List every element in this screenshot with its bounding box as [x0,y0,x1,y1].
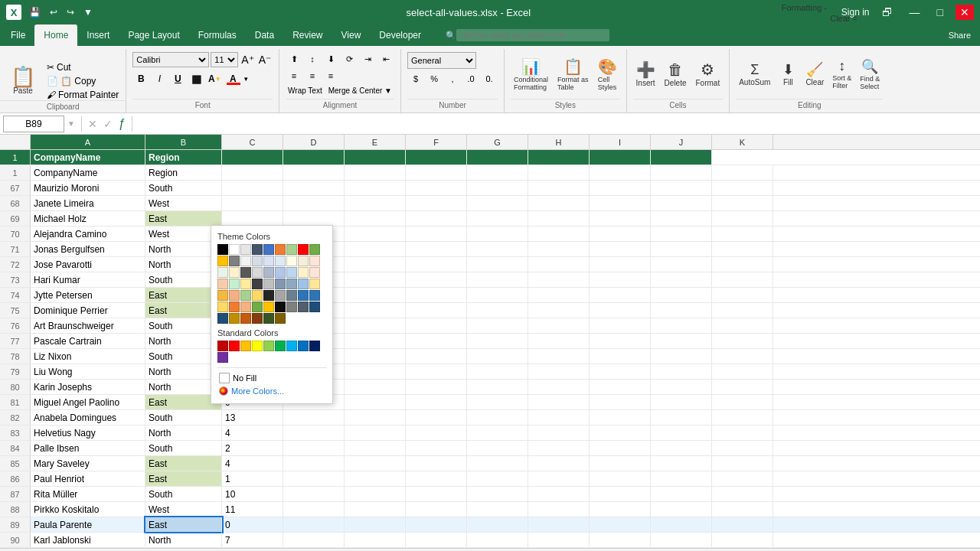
cell-j[interactable] [651,288,712,302]
number-format-select[interactable]: General [407,52,476,69]
cell-e[interactable] [345,196,406,210]
cell-company-name[interactable]: Art Braunschweiger [31,318,145,333]
cell-j[interactable] [651,471,712,486]
cell-1-d[interactable] [283,150,345,165]
cell-e[interactable] [345,395,406,409]
cell-company-name[interactable]: Alejandra Camino [31,227,145,241]
cell-h[interactable] [528,380,590,394]
cell-k[interactable] [712,425,773,440]
cell-h[interactable] [528,456,590,471]
theme-color-swatch[interactable] [298,244,309,255]
cell-h[interactable] [528,502,590,517]
cell-f[interactable] [406,272,467,287]
save-button[interactable]: 💾 [26,5,44,19]
cell-d[interactable] [283,533,345,547]
font-shrink-button[interactable]: A⁻ [257,53,273,67]
cell-g[interactable] [467,211,528,226]
cell-i[interactable] [590,211,651,226]
theme-color-swatch[interactable] [217,244,228,255]
theme-color-swatch[interactable] [217,313,228,324]
cell-company-name[interactable]: Liz Nixon [31,349,145,364]
cell-d[interactable] [283,502,345,517]
name-box-dropdown[interactable]: ▼ [67,119,75,128]
maximize-button[interactable]: □ [933,5,948,20]
cell-g[interactable] [467,257,528,272]
cell-company-name[interactable]: Palle Ibsen [31,441,145,455]
formula-input[interactable] [139,116,977,132]
theme-color-swatch[interactable] [309,244,320,255]
cell-region[interactable]: Region [145,165,222,180]
theme-color-swatch[interactable] [252,290,263,301]
cell-g[interactable] [467,227,528,241]
cell-k[interactable] [712,471,773,486]
cell-h[interactable] [528,181,590,195]
fill-button[interactable]: ⬇ Fill [776,60,800,88]
standard-color-swatch[interactable] [286,341,297,351]
cell-i[interactable] [590,395,651,409]
col-header-c[interactable]: C [222,135,283,149]
cell-f[interactable] [406,303,467,318]
theme-color-swatch[interactable] [309,256,320,266]
cell-j[interactable] [651,395,712,409]
cell-g[interactable] [467,395,528,409]
cell-e[interactable] [345,441,406,455]
col-header-b[interactable]: B [145,135,222,149]
cell-region[interactable]: East [145,456,222,471]
cell-k[interactable] [712,181,773,195]
cell-f[interactable] [406,196,467,210]
theme-color-swatch[interactable] [275,313,286,324]
cell-e[interactable] [345,227,406,241]
cell-company-name[interactable]: Pascale Cartrain [31,334,145,348]
cell-k[interactable] [712,272,773,287]
theme-color-swatch[interactable] [275,267,286,278]
indent-decrease-button[interactable]: ⇤ [377,52,394,66]
align-right-button[interactable]: ≡ [322,69,339,83]
cell-value[interactable] [222,181,283,195]
cell-j[interactable] [651,517,712,532]
cell-k[interactable] [712,257,773,272]
cell-i[interactable] [590,181,651,195]
tab-formulas[interactable]: Formulas [189,24,246,46]
theme-color-swatch[interactable] [252,267,263,278]
cell-j[interactable] [651,272,712,287]
theme-color-swatch[interactable] [252,244,263,255]
theme-color-swatch[interactable] [263,290,274,301]
cell-company-name[interactable]: Rita Müller [31,487,145,501]
cell-k[interactable] [712,456,773,471]
bold-button[interactable]: B [132,71,149,86]
tab-page-layout[interactable]: Page Layout [119,24,188,46]
theme-color-swatch[interactable] [298,267,309,278]
cell-k[interactable] [712,227,773,241]
cell-k[interactable] [712,517,773,532]
cell-k[interactable] [712,334,773,348]
cell-e[interactable] [345,517,406,532]
cell-j[interactable] [651,349,712,364]
theme-color-swatch[interactable] [286,267,297,278]
cell-g[interactable] [467,487,528,501]
cell-k[interactable] [712,318,773,333]
cell-h[interactable] [528,487,590,501]
cell-region[interactable]: East [145,471,222,486]
theme-color-swatch[interactable] [275,290,286,301]
autosum-button[interactable]: Σ AutoSum [736,60,773,88]
align-top-button[interactable]: ⬆ [286,52,302,66]
col-header-k[interactable]: K [712,135,773,149]
cell-e[interactable] [345,288,406,302]
cell-1-j[interactable] [651,150,712,165]
align-middle-button[interactable]: ↕ [304,52,321,66]
cell-g[interactable] [467,303,528,318]
cell-value[interactable]: 0 [222,517,283,532]
text-direction-button[interactable]: ⟳ [341,52,358,66]
cell-k[interactable] [712,196,773,210]
border-button[interactable]: ▦ [188,71,204,86]
col-header-d[interactable]: D [283,135,345,149]
cell-e[interactable] [345,181,406,195]
standard-color-swatch[interactable] [217,352,228,363]
cell-i[interactable] [590,364,651,379]
more-colors-button[interactable]: More Colors... [217,385,326,397]
cell-g[interactable] [467,349,528,364]
cell-f[interactable] [406,395,467,409]
cell-1-f[interactable] [406,150,467,165]
cell-j[interactable] [651,242,712,256]
cell-f[interactable] [406,318,467,333]
